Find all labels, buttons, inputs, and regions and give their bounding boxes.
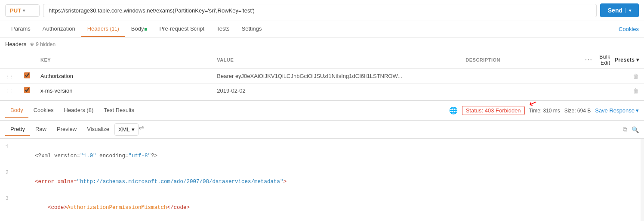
status-badge: Status: 403 Forbidden	[462, 106, 525, 115]
resp-tab-headers[interactable]: Headers (8)	[59, 103, 99, 118]
tab-authorization[interactable]: Authorization	[37, 21, 81, 37]
size-info: Size: 694 B	[564, 108, 591, 114]
actions-col-header: ··· Bulk Edit Presets ▾	[580, 51, 644, 69]
tab-body[interactable]: Body	[125, 21, 154, 37]
code-line-1: 1 <?xml version="1.0" encoding="utf-8"?>	[0, 143, 644, 169]
save-response-chevron-icon: ▾	[636, 107, 639, 114]
format-selector[interactable]: XML ▾	[114, 123, 139, 136]
vertical-scrollbar[interactable]	[641, 139, 644, 221]
hidden-badge: 👁 9 hidden	[30, 41, 55, 47]
presets-button[interactable]: Presets ▾	[615, 57, 639, 63]
format-selector-label: XML	[118, 126, 130, 133]
method-label: PUT	[10, 7, 21, 14]
globe-icon: 🌐	[449, 106, 458, 115]
status-badge-container: Status: 403 Forbidden ↙	[462, 107, 525, 114]
save-response-button[interactable]: Save Response ▾	[595, 107, 639, 114]
desc-cell-1	[460, 69, 580, 84]
code-line-2: 2 <error xmlns="http://schemas.microsoft…	[0, 169, 644, 195]
resp-tab-cookies[interactable]: Cookies	[28, 103, 59, 118]
code-area: 1 <?xml version="1.0" encoding="utf-8"?>…	[0, 139, 644, 221]
row-checkbox-1[interactable]	[24, 72, 30, 78]
request-tabs-row: Params Authorization Headers (11) Body P…	[0, 21, 644, 37]
response-bar: Body Cookies Headers (8) Test Results 🌐 …	[0, 100, 644, 121]
send-label: Send	[608, 7, 622, 14]
request-tabs: Params Authorization Headers (11) Body P…	[5, 21, 268, 37]
wrap-button[interactable]: ⇌	[139, 123, 144, 136]
key-cell-2: x-ms-version	[35, 84, 212, 98]
method-selector[interactable]: PUT ▾	[5, 4, 40, 17]
drag-col-header	[0, 51, 19, 69]
key-col-header: KEY	[35, 51, 212, 69]
tab-params[interactable]: Params	[5, 21, 37, 37]
desc-col-header: DESCRIPTION	[460, 51, 580, 69]
row-checkbox-2[interactable]	[24, 87, 30, 93]
fmt-tab-preview[interactable]: Preview	[52, 123, 82, 136]
url-input[interactable]	[43, 4, 597, 17]
body-dot	[145, 28, 147, 31]
delete-row-1-button[interactable]: 🗑	[633, 73, 639, 80]
format-selector-chevron-icon: ▾	[132, 126, 135, 133]
tab-settings[interactable]: Settings	[236, 21, 268, 37]
line-num-2: 2	[5, 169, 15, 177]
headers-section-label: Headers	[5, 41, 26, 47]
fmt-tab-raw[interactable]: Raw	[30, 123, 52, 136]
drag-handle[interactable]: ⋮⋮	[5, 89, 14, 93]
resp-tab-test-results[interactable]: Test Results	[99, 103, 139, 118]
search-button[interactable]: 🔍	[632, 126, 639, 133]
send-chevron-icon: ▾	[625, 8, 631, 13]
line-num-3: 3	[5, 195, 15, 203]
method-chevron-icon: ▾	[23, 8, 25, 13]
tab-tests[interactable]: Tests	[210, 21, 235, 37]
table-row: ⋮⋮ x-ms-version 2019-02-02 🗑	[0, 84, 644, 98]
format-right-actions: ⧉ 🔍	[623, 126, 639, 133]
bulk-edit-button[interactable]: Bulk Edit	[597, 54, 610, 66]
fmt-tab-visualize[interactable]: Visualize	[82, 123, 114, 136]
copy-button[interactable]: ⧉	[623, 126, 627, 133]
fmt-tab-pretty[interactable]: Pretty	[5, 123, 30, 136]
presets-chevron-icon: ▾	[636, 57, 639, 63]
eye-icon: 👁	[30, 42, 34, 47]
tab-headers[interactable]: Headers (11)	[81, 21, 125, 37]
headers-section: Headers 👁 9 hidden	[0, 37, 644, 51]
line-num-1: 1	[5, 143, 15, 151]
table-row: ⋮⋮ Authorization Bearer eyJ0eXAiOiJKV1Qi…	[0, 69, 644, 84]
code-line-3: 3 <code>AuthorizationPermissionMismatch<…	[0, 195, 644, 221]
desc-cell-2	[460, 84, 580, 98]
format-bar: Pretty Raw Preview Visualize XML ▾ ⇌ ⧉ 🔍	[0, 121, 644, 139]
value-cell-2: 2019-02-02	[212, 84, 460, 98]
key-cell-1: Authorization	[35, 69, 212, 84]
response-meta: 🌐 Status: 403 Forbidden ↙ Time: 310 ms S…	[449, 106, 639, 115]
headers-table: KEY VALUE DESCRIPTION ··· Bulk Edit Pres…	[0, 51, 644, 98]
cookies-link[interactable]: Cookies	[619, 22, 639, 37]
resp-tab-body[interactable]: Body	[5, 103, 28, 118]
delete-row-2-button[interactable]: 🗑	[633, 87, 639, 94]
check-col-header	[19, 51, 35, 69]
response-tabs: Body Cookies Headers (8) Test Results	[5, 103, 139, 118]
drag-handle[interactable]: ⋮⋮	[5, 74, 14, 79]
format-tabs: Pretty Raw Preview Visualize XML ▾ ⇌	[5, 123, 144, 136]
value-col-header: VALUE	[212, 51, 460, 69]
tab-prerequest[interactable]: Pre-request Script	[153, 21, 210, 37]
more-options-icon[interactable]: ···	[585, 56, 593, 63]
top-bar: PUT ▾ Send ▾	[0, 0, 644, 21]
value-cell-1: Bearer eyJ0eXAiOiJKV1QiLCJhbGciOiJSUzI1N…	[212, 69, 460, 84]
send-button[interactable]: Send ▾	[600, 3, 639, 17]
